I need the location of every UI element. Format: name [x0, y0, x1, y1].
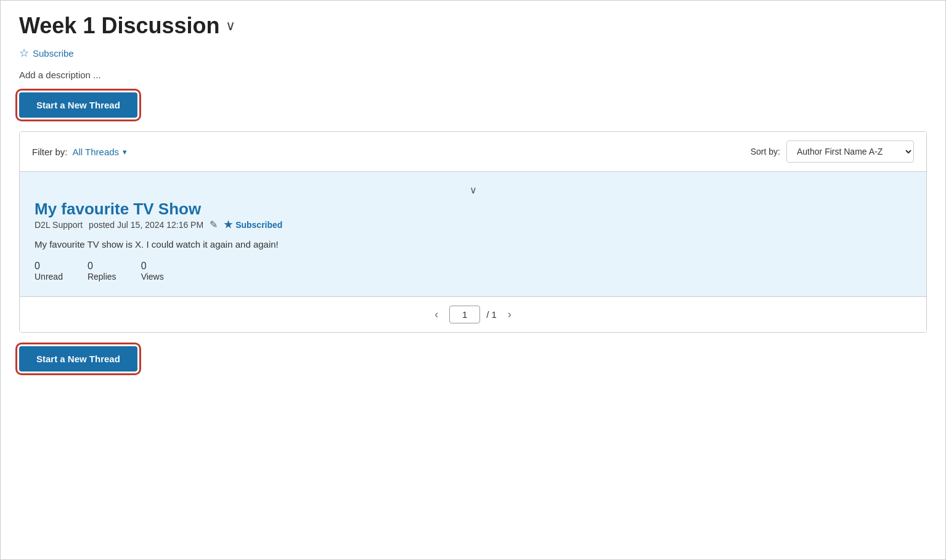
new-thread-button-bottom[interactable]: Start a New Thread [19, 346, 137, 371]
views-count: 0 [141, 261, 147, 272]
filter-chevron-icon: ▾ [123, 147, 127, 156]
thread-meta: D2L Support posted Jul 15, 2024 12:16 PM… [35, 219, 911, 230]
replies-count: 0 [88, 261, 93, 272]
description-text: Add a description ... [19, 70, 927, 80]
edit-pencil-icon[interactable]: ✎ [210, 219, 218, 230]
replies-label: Replies [88, 272, 116, 282]
filter-label: Filter by: [32, 147, 68, 157]
page-container: Week 1 Discussion ∨ ☆ Subscribe Add a de… [0, 0, 946, 560]
filter-value: All Threads [73, 147, 120, 157]
sort-label: Sort by: [751, 147, 780, 156]
subscribed-label: Subscribed [235, 220, 282, 230]
thread-author: D2L Support [35, 220, 83, 230]
next-page-button[interactable]: › [503, 306, 516, 323]
thread-posted-text: posted Jul 15, 2024 12:16 PM [89, 220, 203, 230]
stat-views: 0 Views [141, 261, 164, 282]
thread-title[interactable]: My favourite TV Show [35, 200, 201, 218]
sort-select[interactable]: Author First Name A-Z Author First Name … [786, 140, 914, 163]
sort-right: Sort by: Author First Name A-Z Author Fi… [751, 140, 914, 163]
thread-stats: 0 Unread 0 Replies 0 Views [35, 261, 911, 282]
bottom-btn-row: Start a New Thread [19, 346, 927, 385]
subscribe-link[interactable]: Subscribe [33, 48, 74, 59]
filter-left: Filter by: All Threads ▾ [32, 147, 127, 157]
thread-item: ∨ My favourite TV Show D2L Support poste… [20, 172, 926, 297]
unread-count: 0 [35, 261, 40, 272]
prev-page-button[interactable]: ‹ [430, 306, 443, 323]
pagination-row: ‹ / 1 › [20, 297, 926, 332]
title-row: Week 1 Discussion ∨ [19, 13, 927, 39]
filter-dropdown[interactable]: All Threads ▾ [73, 147, 128, 157]
thread-body: My favourite TV show is X. I could watch… [35, 239, 911, 250]
subscribe-row: ☆ Subscribe [19, 46, 927, 60]
filter-sort-bar: Filter by: All Threads ▾ Sort by: Author… [20, 132, 926, 172]
unread-label: Unread [35, 272, 63, 282]
title-chevron-icon[interactable]: ∨ [226, 18, 235, 34]
subscribed-badge[interactable]: ★ Subscribed [224, 219, 282, 230]
subscribed-star-icon: ★ [224, 219, 232, 230]
subscribe-star-icon: ☆ [19, 46, 29, 60]
stat-unread: 0 Unread [35, 261, 63, 282]
page-title: Week 1 Discussion [19, 13, 219, 39]
thread-collapse-chevron-icon[interactable]: ∨ [35, 184, 911, 196]
page-total: / 1 [486, 309, 497, 320]
page-number-input[interactable] [449, 306, 480, 323]
threads-panel: Filter by: All Threads ▾ Sort by: Author… [19, 131, 927, 333]
new-thread-button-top[interactable]: Start a New Thread [19, 92, 137, 118]
stat-replies: 0 Replies [88, 261, 116, 282]
views-label: Views [141, 272, 164, 282]
